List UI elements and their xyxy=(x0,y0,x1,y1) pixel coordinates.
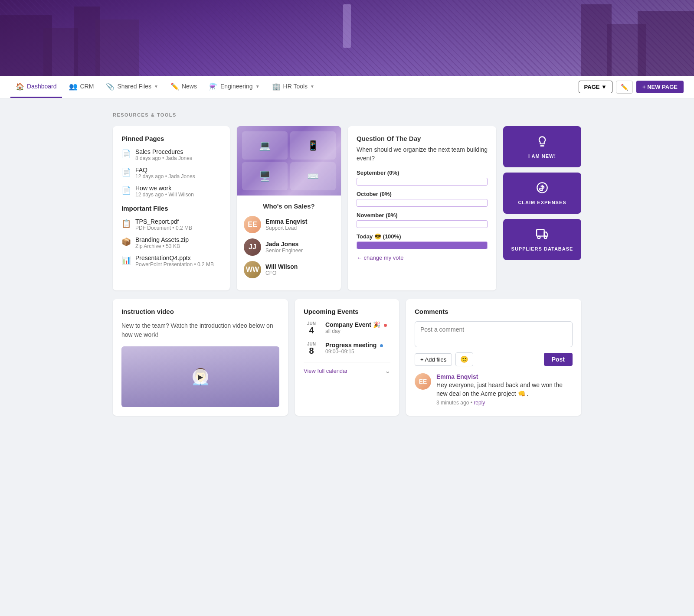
post-button[interactable]: Post xyxy=(544,353,573,366)
reply-link[interactable]: reply xyxy=(474,400,485,406)
page-meta: 8 days ago • Jada Jones xyxy=(135,155,192,161)
crm-icon: 👥 xyxy=(69,82,78,91)
page-meta: 12 days ago • Will Wilson xyxy=(135,192,194,198)
truck-icon xyxy=(536,228,548,243)
file-pdf-icon: 📋 xyxy=(121,219,131,228)
page-item[interactable]: 📄 FAQ 12 days ago • Jada Jones xyxy=(121,166,221,179)
play-button-icon[interactable]: ▶ xyxy=(193,369,208,385)
person-role: Support Lead xyxy=(265,225,307,231)
poll-option-november[interactable]: November (0%) xyxy=(357,212,488,228)
poll-bar-bg xyxy=(357,220,488,228)
nav-item-crm[interactable]: 👥 CRM xyxy=(64,76,99,98)
dollar-icon xyxy=(536,182,548,196)
poll-label: October (0%) xyxy=(357,191,488,197)
person-role: Senior Engineer xyxy=(265,248,303,254)
file-item[interactable]: 📦 Branding Assets.zip Zip Archive • 53 K… xyxy=(121,236,221,249)
pinned-pages-list: 📄 Sales Procedures 8 days ago • Jada Jon… xyxy=(121,148,221,198)
event-date: JUN 4 xyxy=(304,321,319,335)
svg-point-4 xyxy=(544,236,547,238)
chevron-down-icon: ⌄ xyxy=(385,367,390,375)
poll-bar-bg xyxy=(357,241,488,249)
file-item[interactable]: 📊 PresentationQ4.pptx PowerPoint Present… xyxy=(121,254,221,267)
person-name: Will Wilson xyxy=(265,263,298,270)
person-name: Jada Jones xyxy=(265,241,303,248)
page-meta: 12 days ago • Jada Jones xyxy=(135,173,195,179)
poll-label: Today 😎 (100%) xyxy=(357,233,488,240)
engineering-icon: ⚗️ xyxy=(209,82,218,91)
sales-body: Who's on Sales? EE Emma Enqvist Support … xyxy=(237,196,341,290)
file-meta: PDF Document • 0.2 MB xyxy=(135,225,192,231)
change-vote-link[interactable]: ← change my vote xyxy=(357,254,488,261)
comment-meta: 3 minutes ago • reply xyxy=(436,400,573,406)
nav-item-engineering[interactable]: ⚗️ Engineering ▼ xyxy=(204,76,265,98)
file-name: Branding Assets.zip xyxy=(135,236,189,243)
person-item-emma[interactable]: EE Emma Enqvist Support Lead xyxy=(244,216,334,233)
page-name: Sales Procedures xyxy=(135,148,192,155)
engineering-chevron-icon: ▼ xyxy=(255,84,260,89)
person-item-jada[interactable]: JJ Jada Jones Senior Engineer xyxy=(244,238,334,256)
page-item[interactable]: 📄 Sales Procedures 8 days ago • Jada Jon… xyxy=(121,148,221,161)
bottom-grid: Instruction video New to the team? Watch… xyxy=(113,299,581,416)
poll-option-october[interactable]: October (0%) xyxy=(357,191,488,207)
file-name: TPS_Report.pdf xyxy=(135,218,192,225)
poll-bar-fill xyxy=(357,242,487,249)
comment-input[interactable] xyxy=(415,321,573,347)
svg-point-3 xyxy=(538,236,540,238)
event-name: Company Event 🎉 xyxy=(325,321,387,328)
sales-title: Who's on Sales? xyxy=(244,202,334,210)
video-description: New to the team? Watch the introduction … xyxy=(121,321,279,339)
avatar-emma-comment: EE xyxy=(415,373,431,390)
new-page-button[interactable]: + NEW PAGE xyxy=(636,81,684,93)
comment-text: Hey everyone, just heard back and we won… xyxy=(436,381,573,398)
svg-rect-2 xyxy=(537,229,544,236)
page-button[interactable]: PAGE ▼ xyxy=(579,81,612,93)
edit-button[interactable]: ✏️ xyxy=(616,81,633,94)
news-icon: ✏️ xyxy=(170,82,179,91)
pinned-pages-title: Pinned Pages xyxy=(121,135,221,142)
qotd-title: Question Of The Day xyxy=(357,135,488,142)
hero-banner xyxy=(0,0,694,76)
file-pptx-icon: 📊 xyxy=(121,255,131,265)
emoji-button[interactable]: 🙂 xyxy=(455,352,473,366)
poll-option-today[interactable]: Today 😎 (100%) xyxy=(357,233,488,249)
person-name: Emma Enqvist xyxy=(265,218,307,225)
nav-item-dashboard[interactable]: 🏠 Dashboard xyxy=(10,76,62,98)
upcoming-events-title: Upcoming Events xyxy=(304,308,390,315)
nav-label-shared-files: Shared Files xyxy=(117,83,151,90)
files-icon: 📎 xyxy=(106,82,115,91)
comment-actions: + Add files 🙂 Post xyxy=(415,352,573,366)
event-item-progress[interactable]: JUN 8 Progress meeting 09:00–09:15 xyxy=(304,342,390,355)
view-calendar-link[interactable]: View full calendar ⌄ xyxy=(304,362,390,379)
comment-author[interactable]: Emma Enqvist xyxy=(436,373,573,380)
nav-label-hr-tools: HR Tools xyxy=(283,83,308,90)
nav-bar: 🏠 Dashboard 👥 CRM 📎 Shared Files ▼ ✏️ Ne… xyxy=(0,76,694,98)
event-item-company[interactable]: JUN 4 Company Event 🎉 all day xyxy=(304,321,390,335)
upcoming-events-card: Upcoming Events JUN 4 Company Event 🎉 al… xyxy=(295,299,399,416)
claim-expenses-button[interactable]: CLAIM EXPENSES xyxy=(503,173,581,214)
events-list: JUN 4 Company Event 🎉 all day JUN xyxy=(304,321,390,355)
nav-items: 🏠 Dashboard 👥 CRM 📎 Shared Files ▼ ✏️ Ne… xyxy=(10,76,579,98)
avatar-emma: EE xyxy=(244,216,261,233)
poll-label: November (0%) xyxy=(357,212,488,218)
page-item[interactable]: 📄 How we work 12 days ago • Will Wilson xyxy=(121,185,221,198)
person-role: CFO xyxy=(265,270,298,276)
event-dot-blue xyxy=(380,344,383,347)
nav-item-hr-tools[interactable]: 🏢 HR Tools ▼ xyxy=(267,76,320,98)
poll-option-september[interactable]: September (0%) xyxy=(357,169,488,186)
nav-item-news[interactable]: ✏️ News xyxy=(165,76,202,98)
i-am-new-button[interactable]: I AM NEW! xyxy=(503,126,581,167)
avatar-jada: JJ xyxy=(244,238,261,256)
comments-title: Comments xyxy=(415,308,573,315)
nav-item-shared-files[interactable]: 📎 Shared Files ▼ xyxy=(101,76,164,98)
event-name: Progress meeting xyxy=(325,342,383,349)
person-item-will[interactable]: WW Will Wilson CFO xyxy=(244,261,334,278)
video-thumbnail[interactable]: 👨‍💼 ▶ xyxy=(121,346,279,407)
suppliers-database-button[interactable]: SUPPLIERS DATABASE xyxy=(503,219,581,260)
add-files-button[interactable]: + Add files xyxy=(415,353,452,366)
lightbulb-icon xyxy=(536,135,548,150)
poll-bar-bg xyxy=(357,199,488,207)
file-zip-icon: 📦 xyxy=(121,237,131,247)
file-item[interactable]: 📋 TPS_Report.pdf PDF Document • 0.2 MB xyxy=(121,218,221,231)
nav-label-news: News xyxy=(182,83,197,90)
comment-item: EE Emma Enqvist Hey everyone, just heard… xyxy=(415,373,573,406)
